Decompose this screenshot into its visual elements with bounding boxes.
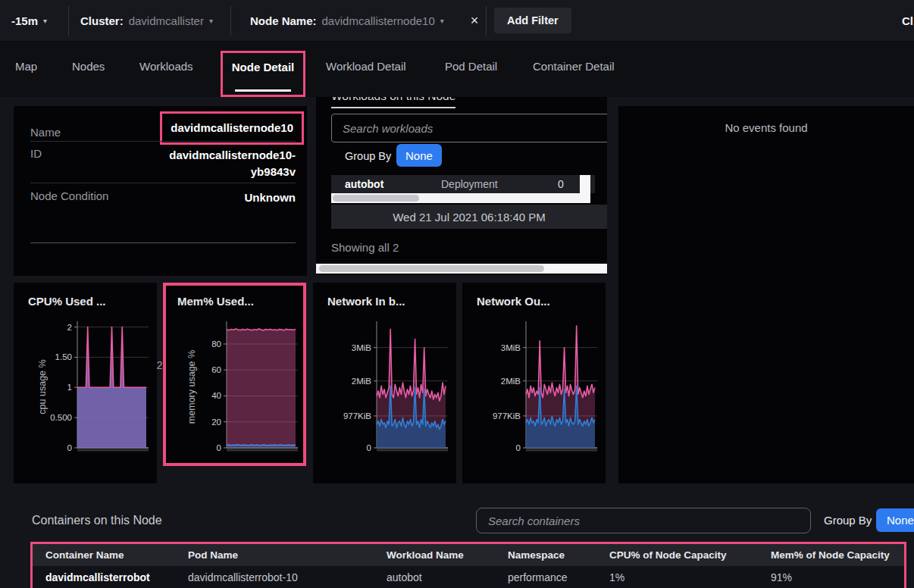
workloads-panel: Workloads on this Node Group By None aut… <box>316 97 607 275</box>
containers-table-header: Container Name Pod Name Workload Name Na… <box>33 544 904 566</box>
node-name-value: davidmcallisternode10 <box>160 111 304 145</box>
svg-text:20: 20 <box>211 418 221 427</box>
col-header-mem-capacity[interactable]: Mem% of Node Capacity <box>758 544 904 566</box>
scrollbar-thumb[interactable] <box>319 265 544 272</box>
condition-label: Node Condition <box>30 189 108 206</box>
cell-namespace: performance <box>495 566 596 588</box>
workloads-timestamp-row: Wed 21 Jul 2021 06:18:40 PM <box>331 205 607 229</box>
workload-name-cell: autobot <box>345 178 383 190</box>
node-id-value: davidmcallisternode10-yb9843v <box>169 147 296 180</box>
svg-text:977KiB: 977KiB <box>493 411 521 421</box>
tab-nodes[interactable]: Nodes <box>72 42 105 97</box>
clipped-right-text[interactable]: Cl <box>902 0 913 42</box>
node-name-filter[interactable]: Node Name: davidmcallisternode10 ▾ <box>241 5 456 36</box>
col-header-pod-name[interactable]: Pod Name <box>175 544 374 566</box>
cluster-filter-value: davidmcallister <box>129 14 204 27</box>
svg-text:80: 80 <box>211 339 221 349</box>
divider <box>30 141 296 142</box>
svg-text:cpu usage %: cpu usage % <box>37 359 48 414</box>
group-by-label: Group By <box>345 150 391 162</box>
node-name-filter-label: Node Name: <box>250 14 317 27</box>
col-header-namespace[interactable]: Namespace <box>495 544 596 566</box>
no-events-message: No events found <box>618 106 914 134</box>
cell-pod-name: davidmcallisterrobot-10 <box>175 566 374 588</box>
search-workloads-input[interactable] <box>331 114 607 142</box>
tab-bar: Map Nodes Workloads Node Detail Workload… <box>0 42 914 97</box>
memory-usage-chart: 020406080memory usage % <box>163 302 306 472</box>
tab-container-detail[interactable]: Container Detail <box>533 42 615 97</box>
search-containers-input[interactable] <box>476 508 811 533</box>
svg-text:1: 1 <box>67 383 72 392</box>
node-info-panel: Name davidmcallisternode10 ID davidmcall… <box>14 106 307 276</box>
divider <box>230 6 231 36</box>
svg-text:2MiB: 2MiB <box>352 377 372 386</box>
tab-pod-detail[interactable]: Pod Detail <box>445 42 497 97</box>
cell-mem-capacity: 91% <box>758 566 904 588</box>
divider <box>68 6 69 36</box>
group-by-none-button[interactable]: None <box>876 508 914 532</box>
network-out-chart: 0977KiB2MiB3MiB <box>462 302 606 472</box>
svg-text:977KiB: 977KiB <box>343 411 371 421</box>
chevron-down-icon: ▾ <box>209 17 213 25</box>
svg-text:0: 0 <box>516 443 521 452</box>
horizontal-scrollbar[interactable] <box>331 193 580 203</box>
svg-text:60: 60 <box>211 365 221 374</box>
cell-cpu-capacity: 1% <box>596 566 758 588</box>
svg-text:0.500: 0.500 <box>50 413 72 422</box>
remove-filter-icon[interactable]: × <box>464 0 485 42</box>
col-header-container-name[interactable]: Container Name <box>33 544 175 566</box>
containers-table: Container Name Pod Name Workload Name Na… <box>30 542 906 588</box>
svg-text:40: 40 <box>211 391 221 400</box>
workload-type-cell: Deployment <box>441 178 498 190</box>
tab-node-detail[interactable]: Node Detail <box>232 53 295 74</box>
workload-row[interactable]: autobot Deployment 0 <box>331 175 595 193</box>
time-range-selector[interactable]: -15m ▾ <box>11 0 47 42</box>
cluster-filter[interactable]: Cluster: davidmcallister ▾ <box>80 0 213 42</box>
col-header-workload-name[interactable]: Workload Name <box>374 544 495 566</box>
tab-node-detail-highlight: Node Detail <box>221 51 305 97</box>
scrollbar-thumb[interactable] <box>333 195 419 202</box>
container-table-row[interactable]: davidmcallisterrobot davidmcallisterrobo… <box>33 566 904 588</box>
chart-card-network-out[interactable]: Network Ou... 0977KiB2MiB3MiB <box>462 283 606 483</box>
svg-text:0: 0 <box>367 443 371 452</box>
chevron-down-icon: ▾ <box>440 17 444 25</box>
workloads-footer-count: Showing all 2 <box>331 241 399 254</box>
node-name-filter-value: davidmcallisternode10 <box>322 14 435 27</box>
tab-workloads[interactable]: Workloads <box>139 42 193 97</box>
containers-section-title: Containers on this Node <box>32 514 162 527</box>
chart-card-memory[interactable]: Mem% Used... 020406080memory usage % <box>163 283 306 466</box>
col-header-cpu-capacity[interactable]: CPU% of Node Capacity <box>596 544 758 566</box>
id-label: ID <box>30 147 42 180</box>
group-by-none-button[interactable]: None <box>396 144 442 167</box>
svg-text:3MiB: 3MiB <box>501 343 521 352</box>
name-label: Name <box>30 126 61 139</box>
chart-card-cpu[interactable]: CPU% Used ... 00.50011.502cpu usage % <box>14 283 157 483</box>
svg-text:2: 2 <box>67 323 72 332</box>
cluster-filter-label: Cluster: <box>80 14 124 27</box>
app-root: -15m ▾ Cluster: davidmcallister ▾ Node N… <box>0 0 914 588</box>
divider <box>486 6 487 36</box>
svg-text:0: 0 <box>217 443 221 452</box>
svg-text:2MiB: 2MiB <box>501 377 521 386</box>
network-in-chart: 0977KiB2MiB3MiB <box>313 302 456 472</box>
add-filter-button[interactable]: Add Filter <box>494 8 571 33</box>
events-panel: No events found <box>618 106 914 483</box>
panel-horizontal-scrollbar[interactable] <box>316 264 607 274</box>
group-by-label: Group By <box>824 514 872 527</box>
chart-card-network-in[interactable]: Network In b... 0977KiB2MiB3MiB <box>313 283 456 483</box>
cell-container-name: davidmcallisterrobot <box>33 566 175 588</box>
chevron-down-icon: ▾ <box>43 17 47 25</box>
vertical-scrollbar[interactable] <box>580 175 590 203</box>
workloads-panel-title: Workloads on this Node <box>331 97 455 108</box>
svg-text:1.50: 1.50 <box>55 352 72 361</box>
divider <box>30 183 296 183</box>
filter-bar: -15m ▾ Cluster: davidmcallister ▾ Node N… <box>0 0 914 42</box>
svg-text:memory usage %: memory usage % <box>186 350 197 424</box>
tab-map[interactable]: Map <box>15 42 37 97</box>
divider <box>30 242 296 243</box>
tab-workload-detail[interactable]: Workload Detail <box>326 42 406 97</box>
active-tab-underline <box>235 89 291 92</box>
svg-text:0: 0 <box>67 443 72 452</box>
time-range-value: -15m <box>11 14 38 27</box>
cell-workload-name: autobot <box>374 566 495 588</box>
